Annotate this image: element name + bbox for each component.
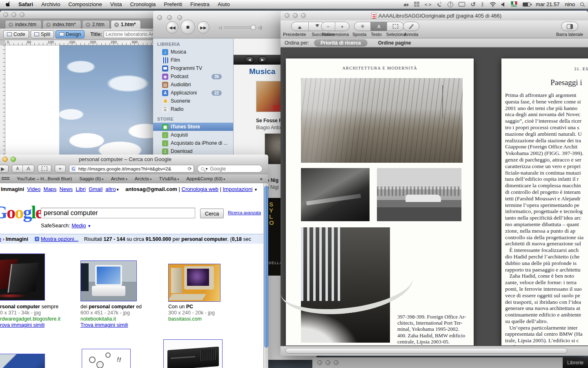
sidebar-item-download[interactable]: ↧Download (153, 147, 233, 155)
result-image-cartoon[interactable]: !! (82, 349, 131, 368)
account-email[interactable]: antosag@gmail.com (125, 186, 177, 192)
phone-icon[interactable] (437, 1, 442, 8)
menu-item-archivio[interactable]: Archivio (37, 1, 64, 7)
close-tab-icon[interactable]: × (46, 22, 51, 27)
settings-link[interactable]: Impostazioni (223, 186, 252, 192)
sidebar-item-applicazioni[interactable]: AApplicazioni22 (153, 89, 233, 97)
minimize-button[interactable] (325, 360, 330, 365)
bookmarks-grid-icon[interactable] (2, 177, 9, 180)
time-machine-icon[interactable]: ↺ (470, 1, 476, 8)
minimize-button[interactable] (11, 12, 16, 17)
zoom-button[interactable] (20, 12, 24, 17)
design-view-button[interactable]: Design (56, 30, 85, 38)
close-tab-icon[interactable]: × (9, 22, 13, 27)
bookmark-folder-saggio[interactable]: Saggio (6) (79, 176, 103, 181)
sort-priority-pill[interactable]: Priorità di ricerca (314, 39, 368, 47)
result-image-laptops[interactable] (0, 254, 45, 301)
preview-titlebar[interactable]: AAAALibroSAGGIOoriginale.pdf (pagina 405… (281, 11, 588, 20)
safari-titlebar[interactable]: personal computer – Cerca con Google (0, 155, 268, 164)
menu-item-aiuto[interactable]: Aiuto (214, 1, 234, 7)
menu-item-finestra[interactable]: Finestra (186, 1, 214, 7)
zoom-button[interactable] (11, 157, 16, 162)
scrollbar-thumb[interactable] (264, 186, 268, 348)
scrollbar-thumb[interactable] (285, 348, 567, 354)
close-button[interactable] (3, 12, 8, 17)
sidebar-item-acquisti[interactable]: ↓Acquisti (153, 131, 233, 139)
new-tab-button[interactable]: + (55, 165, 65, 172)
sidebar-toggle-button[interactable] (561, 22, 578, 31)
horizontal-scrollbar[interactable] (281, 346, 588, 356)
web-clip-button[interactable] (38, 165, 51, 172)
sidebar-item-itunes-store[interactable]: ▣iTunes Store (153, 123, 233, 131)
tab-index-htm-2[interactable]: ×index.htm* (42, 20, 81, 29)
minimize-button[interactable] (293, 13, 298, 18)
move-tool-button[interactable]: ✳ (354, 22, 371, 31)
menu-item-cronologia[interactable]: Cronologia (126, 1, 160, 7)
search-field[interactable]: ▾ (197, 165, 263, 173)
close-button[interactable] (317, 360, 322, 365)
menu-user[interactable]: nino (565, 1, 575, 7)
sidebar-item-acquistato-iphone[interactable]: ↓Acquistato da iPhone di ... (153, 139, 233, 147)
bluetooth-icon[interactable]: ᛒ (481, 1, 484, 8)
text-bigger-button[interactable]: A (23, 165, 34, 172)
close-button[interactable] (157, 15, 162, 20)
google-search-input[interactable] (41, 208, 195, 218)
result-image-person[interactable] (0, 354, 45, 368)
text-smaller-button[interactable]: A (12, 165, 23, 172)
minimize-button[interactable] (167, 15, 172, 20)
sidebar-item-suonerie[interactable]: Suonerie (153, 97, 233, 105)
wifi-icon[interactable] (490, 1, 496, 8)
bookmark-folder-arctcts[interactable]: Arctcts (135, 176, 151, 181)
pdf-viewer[interactable]: ARCHITETTURA E MODERNITÀ 397-398-399. Fo… (281, 47, 588, 346)
rewind-button[interactable]: ◀◀ (166, 21, 178, 34)
sidebar-item-film[interactable]: Film (153, 56, 233, 64)
menu-item-safari[interactable]: Safari (14, 1, 37, 7)
tab-2-htm[interactable]: ×2.htm (82, 20, 110, 29)
sort-page-order[interactable]: Ordine pagine (378, 40, 411, 46)
clouds-image[interactable] (59, 45, 157, 164)
bookmarks-overflow-chevron[interactable]: » (260, 176, 268, 181)
cerca-button[interactable]: Cerca (200, 209, 224, 218)
zoom-out-button[interactable]: − (321, 22, 335, 31)
previous-page-button[interactable] (292, 22, 309, 31)
zoom-button[interactable] (334, 360, 339, 365)
stop-button[interactable]: ■ (180, 20, 195, 34)
show-options-link[interactable]: Mostra opzioni... (41, 236, 78, 242)
menu-item-composizione[interactable]: Composizione (64, 1, 106, 7)
advanced-search-link[interactable]: Ricerca avanzata (228, 210, 261, 215)
album-title[interactable]: Se Fosse F (256, 118, 282, 123)
nav-libri[interactable]: Libri (76, 186, 86, 192)
search-input[interactable] (209, 166, 250, 172)
vertical-scrollbar[interactable] (263, 183, 268, 368)
tab-index-htm[interactable]: ×index.htm (5, 20, 42, 29)
close-tab-icon[interactable]: × (114, 22, 119, 27)
code-icon[interactable]: <·> (425, 1, 432, 8)
alert-icon[interactable]: ! (448, 2, 453, 7)
menu-item-preferiti[interactable]: Preferiti (160, 1, 186, 7)
grid-icon[interactable] (414, 1, 419, 8)
sidebar-item-musica[interactable]: ♪Musica (153, 48, 233, 56)
result-image-desktop-pc[interactable] (168, 264, 220, 302)
sidebar-item-programmi-tv[interactable]: Programmi TV (153, 64, 233, 72)
web-history-link[interactable]: Cronologia web (182, 186, 218, 192)
background-window-titlebar[interactable]: Librerie (312, 357, 588, 368)
result-image-netbook[interactable] (80, 260, 137, 301)
code-view-button[interactable]: Code (3, 30, 29, 38)
store-forward-button[interactable]: ▶ (258, 56, 267, 63)
fast-forward-button[interactable]: ▶▶ (197, 21, 209, 34)
close-tab-icon[interactable]: × (86, 22, 90, 27)
minimize-button[interactable] (2, 157, 8, 162)
display-icon[interactable] (459, 2, 465, 7)
split-view-button[interactable]: Split (31, 30, 54, 38)
nav-altro[interactable]: altro (105, 186, 116, 192)
nav-news[interactable]: News (60, 186, 73, 192)
album-artist[interactable]: Biagio Anto (256, 125, 281, 130)
zoom-button[interactable] (301, 13, 306, 18)
bookmark-youtube[interactable]: YouTube – H...Bondi Blue) (17, 176, 72, 181)
zoom-in-button[interactable]: + (335, 22, 349, 31)
sidebar-item-podcast[interactable]: ◉Podcast35 (153, 72, 233, 81)
plus-box-icon[interactable]: + (35, 237, 39, 241)
bookmark-folder-tvsra[interactable]: TVs&Ra (159, 176, 179, 181)
store-back-button[interactable]: ◀ (245, 56, 254, 63)
nav-gmail[interactable]: Gmail (89, 186, 102, 192)
